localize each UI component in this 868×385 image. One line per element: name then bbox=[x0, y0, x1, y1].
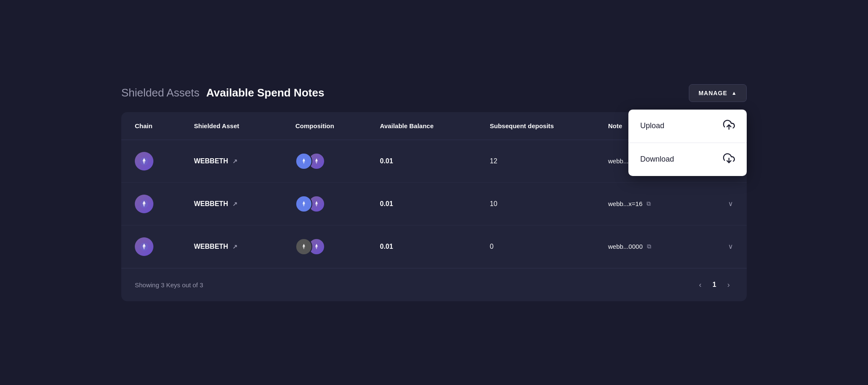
asset-name-cell: WEBBETH ↗ bbox=[194, 157, 295, 165]
breadcrumb-shielded-assets[interactable]: Shielded Assets bbox=[121, 86, 199, 99]
balance-cell: 0.01 bbox=[380, 200, 490, 208]
table-footer: Showing 3 Keys out of 3 ‹ 1 › bbox=[121, 268, 747, 301]
chain-icon bbox=[135, 195, 153, 213]
comp-eth-dark-icon bbox=[295, 238, 312, 255]
col-subsequent-deposits: Subsequent deposits bbox=[490, 122, 608, 129]
download-icon bbox=[723, 152, 735, 167]
chain-icon bbox=[135, 237, 153, 256]
composition-cell bbox=[295, 195, 380, 212]
col-available-balance: Available Balance bbox=[380, 122, 490, 129]
chain-icon bbox=[135, 152, 153, 170]
breadcrumb-current: Available Spend Notes bbox=[206, 86, 324, 99]
comp-eth-icon bbox=[295, 153, 312, 170]
chevron-up-icon: ▲ bbox=[732, 90, 737, 96]
download-label: Download bbox=[640, 155, 674, 164]
asset-name-cell: WEBBETH ↗ bbox=[194, 200, 295, 208]
breadcrumb: Shielded Assets Available Spend Notes bbox=[121, 86, 324, 99]
table-row: WEBBETH ↗ bbox=[121, 226, 747, 268]
chain-cell bbox=[135, 237, 194, 256]
copy-icon[interactable]: ⧉ bbox=[647, 243, 651, 250]
asset-name-text: WEBBETH bbox=[194, 157, 228, 165]
note-cell: webb...x=16 ⧉ ∨ bbox=[608, 200, 733, 208]
comp-eth-icon bbox=[295, 195, 312, 212]
chain-cell bbox=[135, 152, 194, 170]
upload-icon bbox=[723, 119, 735, 133]
row-expand-icon[interactable]: ∨ bbox=[728, 200, 733, 208]
upload-menu-item[interactable]: Upload bbox=[628, 110, 747, 143]
composition-cell bbox=[295, 238, 380, 255]
manage-button[interactable]: MANAGE ▲ bbox=[689, 84, 747, 102]
table-row: WEBBETH ↗ bbox=[121, 183, 747, 226]
external-link-icon[interactable]: ↗ bbox=[232, 158, 237, 165]
col-chain: Chain bbox=[135, 122, 194, 129]
balance-cell: 0.01 bbox=[380, 243, 490, 250]
note-text: webb...0000 bbox=[608, 243, 643, 250]
pagination: ‹ 1 › bbox=[696, 279, 733, 291]
row-expand-icon[interactable]: ∨ bbox=[728, 242, 733, 250]
deposits-cell: 0 bbox=[490, 243, 608, 250]
asset-name-text: WEBBETH bbox=[194, 200, 228, 208]
external-link-icon[interactable]: ↗ bbox=[232, 243, 237, 250]
manage-dropdown-menu: Upload Download bbox=[628, 110, 747, 176]
asset-name-cell: WEBBETH ↗ bbox=[194, 243, 295, 250]
showing-text: Showing 3 Keys out of 3 bbox=[135, 281, 203, 289]
download-menu-item[interactable]: Download bbox=[628, 143, 747, 176]
col-shielded-asset: Shielded Asset bbox=[194, 122, 295, 129]
note-text: webb...x=16 bbox=[608, 200, 642, 207]
manage-label: MANAGE bbox=[699, 90, 727, 96]
page-header: Shielded Assets Available Spend Notes MA… bbox=[121, 84, 747, 102]
external-link-icon[interactable]: ↗ bbox=[232, 201, 237, 207]
upload-label: Upload bbox=[640, 121, 664, 130]
deposits-cell: 12 bbox=[490, 157, 608, 165]
asset-name-text: WEBBETH bbox=[194, 243, 228, 250]
next-page-button[interactable]: › bbox=[724, 279, 733, 291]
deposits-cell: 10 bbox=[490, 200, 608, 208]
page-wrapper: Shielded Assets Available Spend Notes MA… bbox=[109, 67, 759, 318]
balance-cell: 0.01 bbox=[380, 157, 490, 165]
prev-page-button[interactable]: ‹ bbox=[696, 279, 705, 291]
composition-cell bbox=[295, 153, 380, 170]
chain-cell bbox=[135, 195, 194, 213]
current-page: 1 bbox=[712, 281, 716, 289]
note-cell: webb...0000 ⧉ ∨ bbox=[608, 242, 733, 250]
copy-icon[interactable]: ⧉ bbox=[647, 200, 651, 207]
manage-dropdown-wrapper: MANAGE ▲ Upload Download bbox=[689, 84, 747, 102]
col-composition: Composition bbox=[295, 122, 380, 129]
